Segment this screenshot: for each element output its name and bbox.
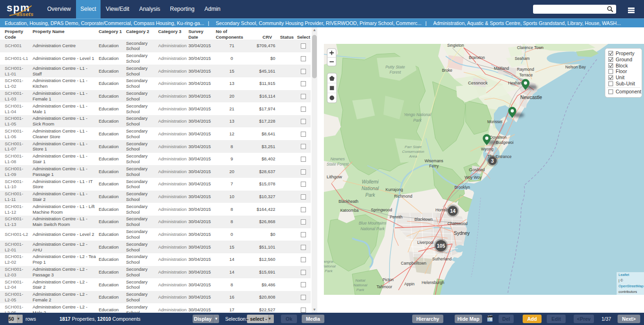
svg-text:Park: Park	[325, 269, 333, 273]
svg-text:National: National	[324, 264, 336, 268]
svg-text:Chatswood: Chatswood	[448, 221, 468, 226]
svg-text:National: National	[362, 186, 379, 191]
svg-text:Tahmoor: Tahmoor	[376, 284, 392, 289]
svg-text:Forest: Forest	[390, 70, 401, 75]
svg-text:Leaflet: Leaflet	[619, 273, 629, 277]
svg-text:Kurrajong: Kurrajong	[386, 187, 403, 192]
svg-text:Wisemans: Wisemans	[424, 158, 443, 163]
svg-text:14: 14	[450, 208, 456, 214]
svg-text:Newnes: Newnes	[330, 157, 345, 161]
svg-text:Unit: Unit	[616, 75, 625, 80]
svg-text:Wollemi: Wollemi	[362, 179, 379, 184]
svg-text:Woy Woy: Woy Woy	[465, 175, 482, 180]
svg-text:Property: Property	[616, 50, 635, 56]
svg-text:assets: assets	[17, 11, 34, 17]
svg-text:Wyong: Wyong	[481, 147, 494, 151]
svg-text:Parr State: Parr State	[405, 145, 422, 149]
svg-text:Morisset: Morisset	[487, 119, 503, 124]
svg-text:Newcastle: Newcastle	[520, 95, 542, 100]
svg-text:Blackheath: Blackheath	[339, 199, 358, 204]
svg-text:Branxton: Branxton	[469, 55, 485, 60]
svg-text:Park: Park	[365, 192, 376, 198]
svg-text:3: 3	[491, 158, 494, 164]
svg-text:Area: Area	[409, 154, 417, 158]
svg-text:Cessnock: Cessnock	[468, 80, 488, 85]
svg-text:| ©: | ©	[619, 278, 623, 283]
svg-text:Penrith: Penrith	[390, 215, 403, 219]
svg-text:Picton: Picton	[382, 277, 394, 282]
svg-text:Clarence Town: Clarence Town	[517, 45, 543, 50]
svg-text:National Park: National Park	[360, 226, 385, 231]
svg-text:Maitland: Maitland	[494, 66, 509, 71]
svg-text:Campbelltown: Campbelltown	[401, 261, 426, 266]
svg-text:contributors: contributors	[619, 290, 637, 294]
svg-text:Katoomba: Katoomba	[340, 208, 359, 213]
svg-text:Yengo National: Yengo National	[404, 112, 432, 117]
svg-text:Sub-Unit: Sub-Unit	[616, 81, 635, 86]
svg-text:Sutherland: Sutherland	[432, 257, 451, 261]
svg-text:Singleton: Singleton	[447, 44, 464, 48]
svg-text:Nelson Bay: Nelson Bay	[565, 65, 586, 69]
svg-text:Block: Block	[616, 63, 628, 68]
svg-text:Brooklyn: Brooklyn	[454, 185, 470, 190]
svg-text:105: 105	[437, 243, 445, 249]
svg-text:Springwood: Springwood	[371, 208, 392, 212]
svg-text:Nattai: Nattai	[356, 278, 365, 283]
svg-text:Sydney: Sydney	[454, 231, 469, 236]
svg-text:OpenStreetMap: OpenStreetMap	[619, 284, 644, 288]
svg-text:angra-: angra-	[324, 259, 334, 264]
svg-text:State Forest: State Forest	[327, 162, 349, 167]
svg-text:Helensburgh: Helensburgh	[422, 280, 444, 285]
svg-text:Floor: Floor	[616, 68, 627, 74]
svg-text:Conservation: Conservation	[402, 150, 424, 154]
svg-text:Lithgow: Lithgow	[327, 174, 342, 179]
svg-text:Component: Component	[616, 89, 641, 94]
svg-text:National: National	[353, 283, 367, 287]
svg-text:Liverpool: Liverpool	[417, 240, 434, 245]
svg-text:Putty State: Putty State	[385, 65, 405, 69]
svg-text:Doyalson: Doyalson	[490, 135, 507, 140]
svg-text:Park: Park	[413, 118, 422, 123]
svg-text:Blacktown: Blacktown	[415, 217, 433, 222]
svg-text:Gosford: Gosford	[469, 167, 485, 172]
svg-text:Seaham: Seaham	[515, 56, 530, 61]
svg-text:Raymond: Raymond	[517, 67, 534, 72]
svg-text:Blue Mountains: Blue Mountains	[359, 221, 387, 225]
svg-text:Park: Park	[356, 288, 364, 292]
svg-text:Broke: Broke	[442, 68, 452, 73]
svg-text:Ground: Ground	[616, 57, 632, 62]
svg-text:Appin: Appin	[404, 282, 415, 286]
svg-text:Ferry: Ferry	[429, 164, 439, 168]
svg-text:Terrace: Terrace	[519, 73, 533, 77]
svg-text:Hexham: Hexham	[508, 81, 523, 85]
svg-text:Richmond: Richmond	[394, 194, 413, 199]
